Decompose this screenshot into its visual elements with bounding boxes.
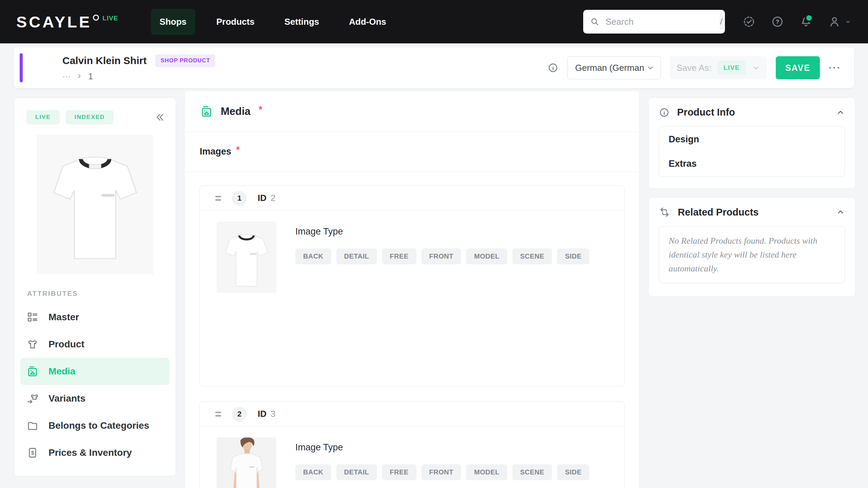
- search-shortcut-key: /: [720, 14, 723, 30]
- user-icon: [828, 15, 841, 28]
- image-thumbnail-model[interactable]: [217, 438, 276, 488]
- sidebar-item-variants[interactable]: Variants: [20, 385, 170, 412]
- related-products-card: Related Products No Related Products fou…: [648, 197, 855, 297]
- media-icon: [27, 366, 38, 377]
- image-type-chip-scene[interactable]: SCENE: [512, 464, 552, 480]
- status-badge-live: LIVE: [26, 110, 60, 124]
- image-type-chip-front[interactable]: FRONT: [421, 464, 461, 480]
- nav-item-products[interactable]: Products: [208, 9, 263, 35]
- image-type-chip-side[interactable]: SIDE: [557, 464, 589, 480]
- logo-ring-icon: [93, 15, 99, 21]
- product-main-photo[interactable]: [37, 135, 153, 274]
- chevron-up-icon[interactable]: [836, 108, 845, 117]
- main-nav: Shops Products Settings Add-Ons: [151, 9, 395, 35]
- svg-text:$: $: [31, 450, 34, 456]
- product-info-title: Product Info: [677, 107, 735, 118]
- image-type-chip-model[interactable]: MODEL: [466, 248, 507, 264]
- image-type-chip-scene[interactable]: SCENE: [512, 248, 552, 264]
- sidebar-item-categories[interactable]: Belongs to Categories: [20, 412, 170, 439]
- attributes-section-label: ATTRIBUTES: [27, 290, 176, 298]
- sidebar-item-product[interactable]: Product: [20, 331, 170, 358]
- save-as-value-badge: LIVE: [717, 61, 746, 75]
- images-label: Images: [200, 146, 231, 157]
- product-sidebar: LIVE INDEXED ATTRIBUTES Master Product: [14, 98, 176, 476]
- image-type-chip-detail[interactable]: DETAIL: [336, 248, 377, 264]
- id-value: 3: [271, 409, 275, 419]
- image-card: 2 ID 3: [199, 401, 625, 488]
- chevron-down-icon: [646, 64, 654, 72]
- accent-bar: [20, 53, 23, 82]
- shop-product-badge: SHOP PRODUCT: [155, 54, 215, 67]
- chevron-down-icon: [752, 64, 760, 72]
- image-type-chip-model[interactable]: MODEL: [466, 464, 507, 480]
- page-title: Calvin Klein Shirt: [62, 55, 146, 66]
- product-info-link-design[interactable]: Design: [669, 127, 835, 151]
- top-navigation-bar: SCAYLE LIVE Shops Products Settings Add-…: [0, 0, 868, 43]
- image-type-options: BACK DETAIL FREE FRONT MODEL SCENE SIDE: [295, 248, 589, 264]
- position-badge: 2: [232, 407, 247, 422]
- product-info-card: Product Info Design Extras: [648, 98, 855, 188]
- image-card-list: 1 ID 2 Image Type BACK D: [185, 172, 639, 488]
- attributes-menu: Master Product Media Variants Belongs to…: [14, 300, 176, 466]
- drag-handle-icon[interactable]: [215, 412, 221, 416]
- related-products-title: Related Products: [678, 207, 759, 218]
- id-label: ID: [258, 409, 267, 419]
- logo-text: SCAYLE: [16, 14, 92, 30]
- help-icon[interactable]: ?: [771, 15, 784, 28]
- drag-handle-icon[interactable]: [215, 196, 221, 201]
- image-type-chip-side[interactable]: SIDE: [557, 248, 589, 264]
- image-type-chip-back[interactable]: BACK: [295, 464, 331, 480]
- scayle-logo[interactable]: SCAYLE LIVE: [16, 14, 118, 30]
- image-type-options: BACK DETAIL FREE FRONT MODEL SCENE SIDE: [295, 464, 589, 480]
- product-info-link-extras[interactable]: Extras: [669, 151, 835, 176]
- media-icon: [200, 105, 213, 118]
- image-type-chip-front[interactable]: FRONT: [421, 248, 461, 264]
- info-icon: [659, 107, 670, 118]
- search-icon: [590, 17, 599, 26]
- variants-icon: [27, 393, 38, 404]
- search-input[interactable]: [605, 16, 720, 27]
- chevron-up-icon[interactable]: [836, 208, 845, 217]
- image-type-label: Image Type: [295, 442, 589, 453]
- image-card: 1 ID 2 Image Type BACK D: [199, 185, 625, 386]
- save-button[interactable]: SAVE: [776, 56, 820, 79]
- section-title: Media: [221, 105, 251, 118]
- notifications-bell-icon[interactable]: [800, 15, 812, 28]
- sidebar-item-prices-inventory[interactable]: $ Prices & Inventory: [20, 439, 170, 466]
- nav-item-shops[interactable]: Shops: [151, 9, 195, 35]
- price-document-icon: $: [27, 447, 38, 459]
- environment-badge: LIVE: [102, 15, 118, 22]
- image-type-chip-back[interactable]: BACK: [295, 248, 331, 264]
- language-dropdown[interactable]: German (German: [567, 56, 661, 79]
- info-icon[interactable]: [548, 62, 558, 73]
- global-search[interactable]: /: [583, 10, 725, 34]
- image-type-chip-free[interactable]: FREE: [382, 248, 416, 264]
- tasks-status-icon[interactable]: [743, 15, 755, 28]
- notification-dot: [805, 14, 813, 22]
- save-as-dropdown[interactable]: Save As: LIVE: [670, 56, 767, 79]
- image-type-chip-free[interactable]: FREE: [382, 464, 416, 480]
- nav-item-settings[interactable]: Settings: [276, 9, 328, 35]
- product-header: Calvin Klein Shirt SHOP PRODUCT ··· 1 Ge…: [14, 47, 854, 88]
- tshirt-icon: [27, 339, 38, 350]
- image-thumbnail-flat[interactable]: [217, 222, 276, 293]
- account-menu[interactable]: [828, 15, 852, 28]
- related-products-icon: [659, 206, 670, 218]
- status-badge-indexed: INDEXED: [66, 110, 114, 124]
- chevron-right-icon: [76, 73, 83, 80]
- breadcrumb-current: 1: [88, 71, 93, 82]
- sidebar-item-master[interactable]: Master: [20, 304, 170, 331]
- svg-text:?: ?: [776, 18, 780, 25]
- chevron-down-icon: [844, 18, 852, 25]
- required-mark: *: [236, 144, 240, 155]
- sidebar-item-media[interactable]: Media: [20, 358, 170, 385]
- id-label: ID: [258, 193, 267, 203]
- breadcrumb-ellipsis[interactable]: ···: [62, 72, 71, 81]
- id-value: 2: [271, 193, 275, 203]
- collapse-sidebar-icon[interactable]: [154, 111, 165, 123]
- language-dropdown-value: German (German: [575, 63, 644, 73]
- position-badge: 1: [232, 191, 247, 206]
- image-type-chip-detail[interactable]: DETAIL: [336, 464, 377, 480]
- breadcrumb: ··· 1: [62, 71, 215, 82]
- nav-item-addons[interactable]: Add-Ons: [340, 9, 395, 35]
